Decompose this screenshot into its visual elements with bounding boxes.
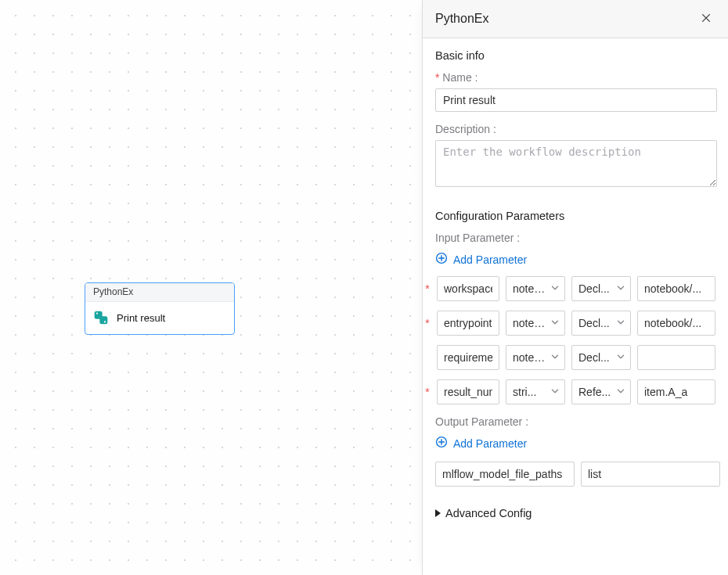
- plus-circle-icon: [435, 436, 448, 451]
- required-marker: *: [424, 386, 431, 398]
- param-value-input[interactable]: [637, 276, 715, 301]
- output-type-input[interactable]: [581, 462, 720, 487]
- output-parameter-label: Output Parameter :: [435, 415, 715, 428]
- param-name-input[interactable]: [437, 345, 499, 370]
- chevron-down-icon: [550, 282, 560, 295]
- chevron-down-icon: [616, 386, 625, 398]
- name-label: Name :: [435, 71, 715, 84]
- close-button[interactable]: [697, 9, 715, 28]
- param-mode-select[interactable]: Decl...: [571, 311, 631, 336]
- param-name-input[interactable]: [437, 379, 499, 404]
- add-input-parameter-button[interactable]: Add Parameter: [435, 252, 527, 267]
- panel-title: PythonEx: [435, 12, 697, 26]
- input-param-row: *stri...Refe...: [424, 379, 715, 404]
- param-type-value: notebook: [513, 351, 547, 364]
- param-value-input[interactable]: [637, 311, 715, 336]
- param-mode-select[interactable]: Decl...: [571, 345, 631, 370]
- chevron-down-icon: [550, 386, 560, 398]
- input-param-row: notebookDecl...: [424, 345, 715, 370]
- plus-circle-icon: [435, 252, 448, 267]
- param-type-select[interactable]: notebook: [506, 311, 565, 336]
- param-value-input[interactable]: [637, 345, 715, 370]
- param-mode-value: Refe...: [578, 386, 613, 398]
- param-mode-value: Decl...: [578, 317, 613, 329]
- param-type-value: notebook: [513, 282, 547, 295]
- panel-header: PythonEx: [423, 0, 728, 38]
- node-type-label: PythonEx: [85, 283, 234, 302]
- description-label: Description :: [435, 123, 715, 135]
- advanced-config-label: Advanced Config: [445, 507, 532, 519]
- description-input[interactable]: [435, 140, 717, 187]
- param-type-select[interactable]: notebook: [506, 345, 565, 370]
- param-name-input[interactable]: [437, 276, 499, 301]
- param-mode-select[interactable]: Refe...: [571, 379, 631, 404]
- python-icon: [93, 310, 109, 325]
- input-param-row: *notebookDecl...: [424, 276, 715, 301]
- side-panel: PythonEx Basic info Name : Description :…: [422, 0, 728, 575]
- param-mode-value: Decl...: [578, 351, 613, 364]
- input-param-row: *notebookDecl...: [424, 311, 715, 336]
- add-parameter-label: Add Parameter: [453, 437, 527, 450]
- add-parameter-label: Add Parameter: [453, 253, 527, 266]
- node-pythonex[interactable]: PythonEx Print result: [85, 282, 235, 335]
- add-output-parameter-button[interactable]: Add Parameter: [435, 436, 527, 451]
- node-title: Print result: [117, 312, 165, 324]
- name-input[interactable]: [435, 88, 717, 112]
- required-marker: *: [424, 317, 431, 329]
- advanced-config-toggle[interactable]: Advanced Config: [435, 507, 715, 519]
- config-heading: Configuration Parameters: [435, 210, 715, 222]
- caret-right-icon: [435, 509, 441, 517]
- basic-info-heading: Basic info: [435, 49, 715, 62]
- chevron-down-icon: [616, 351, 625, 364]
- svg-rect-2: [99, 316, 107, 324]
- param-type-select[interactable]: stri...: [506, 379, 565, 404]
- param-mode-select[interactable]: Decl...: [571, 276, 631, 301]
- param-type-value: stri...: [513, 386, 547, 398]
- param-type-value: notebook: [513, 317, 547, 329]
- output-name-input[interactable]: [435, 462, 575, 487]
- chevron-down-icon: [616, 317, 625, 329]
- chevron-down-icon: [550, 351, 560, 364]
- param-name-input[interactable]: [437, 311, 499, 336]
- param-type-select[interactable]: notebook: [506, 276, 565, 301]
- svg-point-1: [96, 313, 98, 314]
- chevron-down-icon: [616, 282, 625, 295]
- close-icon: [701, 13, 712, 26]
- input-parameter-label: Input Parameter :: [435, 232, 715, 244]
- param-value-input[interactable]: [637, 379, 715, 404]
- svg-point-3: [104, 321, 106, 322]
- required-marker: *: [424, 282, 431, 295]
- chevron-down-icon: [550, 317, 560, 329]
- output-param-row: [435, 462, 715, 487]
- param-mode-value: Decl...: [578, 282, 613, 295]
